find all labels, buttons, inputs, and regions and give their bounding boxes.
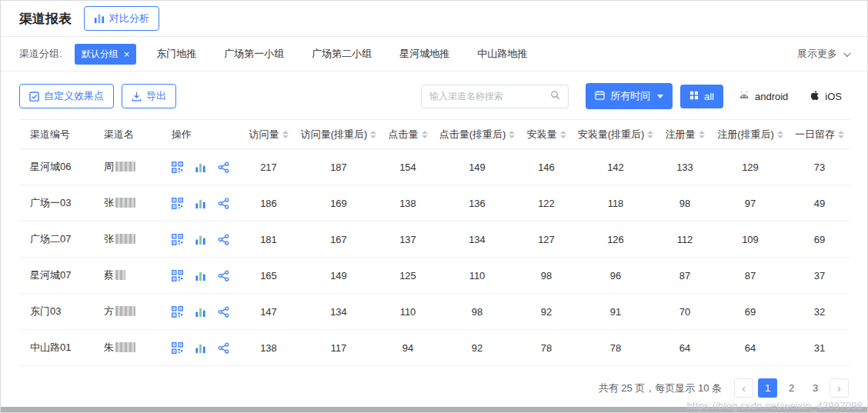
sort-icon[interactable] [370, 131, 376, 138]
metric-value-cell: 97 [712, 185, 789, 221]
next-page-button[interactable]: › [830, 378, 849, 398]
metric-value-cell: 98 [435, 294, 519, 330]
page-number-button[interactable]: 2 [782, 378, 801, 398]
search-input[interactable] [429, 91, 546, 102]
qr-code-icon[interactable] [172, 306, 183, 318]
group-tab[interactable]: 星河城地推 [399, 47, 449, 61]
bar-chart-icon[interactable] [195, 198, 206, 209]
export-button[interactable]: 导出 [122, 84, 176, 108]
qr-code-icon[interactable] [172, 270, 183, 281]
prev-page-button[interactable]: ‹ [734, 378, 753, 398]
metric-value-cell: 126 [573, 221, 658, 258]
column-header: 渠道名 [93, 120, 161, 149]
share-icon[interactable] [218, 270, 229, 281]
close-icon[interactable]: × [124, 49, 130, 59]
metric-value-cell: 138 [381, 185, 435, 221]
column-header[interactable]: 注册量 [658, 120, 712, 149]
group-tabs: 东门地推广场第一小组广场第二小组星河城地推中山路地推 [156, 47, 527, 61]
search-icon[interactable] [550, 89, 560, 103]
table-row: 广场一03张186169138136122118989749 [19, 185, 850, 221]
export-label: 导出 [146, 89, 166, 103]
table-header-row: 渠道编号渠道名操作访问量访问量(排重后)点击量点击量(排重后)安装量安装量(排重… [19, 120, 850, 149]
table-row: 广场二07张18116713713412712611210969 [19, 221, 850, 258]
share-icon[interactable] [218, 306, 229, 318]
active-group-tag[interactable]: 默认分组 × [75, 44, 137, 65]
column-header[interactable]: 访问量 [241, 120, 296, 149]
share-icon[interactable] [218, 234, 229, 245]
sort-icon[interactable] [699, 131, 705, 138]
download-icon [132, 92, 142, 102]
bar-chart-icon[interactable] [195, 306, 206, 318]
channel-id-cell: 广场二07 [19, 221, 93, 258]
platform-all-button[interactable]: all [680, 85, 723, 108]
share-icon[interactable] [218, 162, 229, 173]
table-row: 东门03方147134110989291706932 [19, 294, 850, 330]
compare-analysis-button[interactable]: 对比分析 [84, 6, 159, 31]
sort-icon[interactable] [647, 131, 653, 138]
custom-points-label: 自定义效果点 [44, 89, 104, 103]
metric-value-cell: 91 [573, 294, 658, 330]
channel-name-cell: 张 [93, 185, 161, 221]
platform-android-button[interactable]: android [731, 90, 795, 102]
page-numbers: 123 [758, 378, 825, 398]
column-header[interactable]: 注册(排重后) [712, 120, 789, 149]
group-tab[interactable]: 广场第一小组 [224, 47, 284, 61]
metric-value-cell: 133 [658, 149, 712, 185]
sort-icon[interactable] [422, 131, 428, 138]
bar-chart-icon [94, 13, 105, 24]
channel-id-cell: 星河城07 [19, 258, 93, 294]
pagination-summary: 共有 25 页，每页显示 10 条 [599, 381, 722, 395]
metric-value-cell: 129 [712, 149, 789, 185]
table-row: 星河城06周21718715414914614213312973 [19, 149, 850, 185]
metric-value-cell: 154 [381, 149, 435, 185]
time-filter-button[interactable]: 所有时间 [586, 83, 673, 109]
qr-code-icon[interactable] [172, 198, 183, 209]
bar-chart-icon[interactable] [195, 162, 206, 173]
actions-cell [161, 294, 241, 330]
column-header[interactable]: 安装量 [519, 120, 573, 149]
sort-icon[interactable] [560, 131, 566, 138]
column-header[interactable]: 一日留存 [789, 120, 850, 149]
metric-value-cell: 31 [789, 330, 850, 366]
metric-value-cell: 69 [712, 294, 789, 330]
sort-icon[interactable] [282, 131, 289, 138]
sort-icon[interactable] [777, 131, 783, 138]
actions-cell [161, 221, 241, 258]
metric-value-cell: 122 [519, 185, 573, 221]
qr-code-icon[interactable] [172, 162, 183, 173]
group-bar: 渠道分组: 默认分组 × 东门地推广场第一小组广场第二小组星河城地推中山路地推 … [1, 37, 867, 72]
page-number-button[interactable]: 3 [806, 378, 825, 398]
column-header[interactable]: 点击量(排重后) [435, 120, 519, 149]
metric-value-cell: 109 [712, 221, 789, 258]
metric-value-cell: 149 [296, 258, 381, 294]
group-tab[interactable]: 东门地推 [156, 47, 196, 61]
show-more-button[interactable]: 展示更多 [797, 47, 849, 61]
metric-value-cell: 49 [789, 185, 850, 221]
platform-ios-button[interactable]: iOS [803, 90, 849, 103]
page-number-button[interactable]: 1 [758, 378, 777, 398]
chevron-down-icon [843, 49, 851, 57]
share-icon[interactable] [218, 342, 229, 354]
group-tab[interactable]: 广场第二小组 [312, 47, 372, 61]
group-tab[interactable]: 中山路地推 [477, 47, 527, 61]
bar-chart-icon[interactable] [195, 234, 206, 245]
metric-value-cell: 134 [435, 221, 519, 258]
share-icon[interactable] [218, 198, 229, 209]
metric-value-cell: 169 [296, 185, 381, 221]
redacted-name [115, 162, 135, 172]
metric-value-cell: 134 [296, 294, 381, 330]
custom-points-button[interactable]: 自定义效果点 [19, 84, 114, 108]
qr-code-icon[interactable] [172, 234, 183, 245]
bar-chart-icon[interactable] [195, 270, 206, 281]
column-header[interactable]: 点击量 [381, 120, 435, 149]
metric-value-cell: 165 [241, 258, 296, 294]
metric-value-cell: 110 [381, 294, 435, 330]
sort-icon[interactable] [509, 131, 515, 138]
column-header[interactable]: 访问量(排重后) [296, 120, 381, 149]
channel-name-cell: 朱 [93, 330, 161, 366]
qr-code-icon[interactable] [172, 342, 183, 354]
column-header[interactable]: 安装量(排重后) [573, 120, 658, 149]
android-icon [738, 90, 750, 102]
bar-chart-icon[interactable] [195, 342, 206, 354]
sort-icon[interactable] [838, 131, 844, 138]
